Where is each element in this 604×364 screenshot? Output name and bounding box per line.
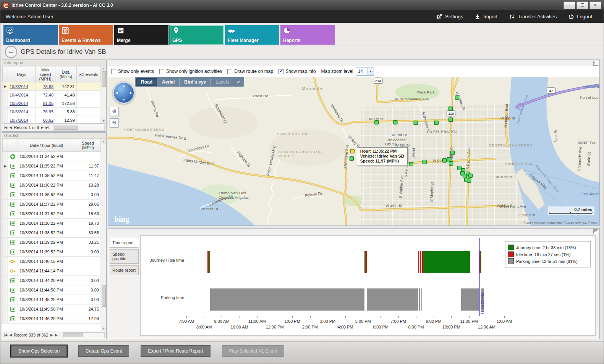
- tab-merge[interactable]: Merge: [114, 25, 168, 45]
- map-marker-icon[interactable]: [449, 107, 452, 111]
- table-row[interactable]: 10/3/2014 11:38:52 PM30.55: [3, 228, 101, 238]
- map-marker-start-icon[interactable]: [350, 150, 354, 153]
- next-record-icon[interactable]: ▶: [41, 126, 44, 129]
- gps-hscrollbar[interactable]: [63, 332, 105, 338]
- pan-down-icon[interactable]: ▼: [122, 98, 125, 101]
- back-button[interactable]: ←: [5, 46, 17, 58]
- map-marker-icon[interactable]: [449, 161, 453, 165]
- checkbox-show-only-events[interactable]: Show only events: [111, 69, 154, 74]
- pan-up-icon[interactable]: ▲: [122, 84, 125, 87]
- table-row[interactable]: ▶10/3/201478.68142.31: [3, 82, 101, 91]
- chart-tab-route-report[interactable]: Route report: [110, 265, 139, 275]
- play-selected-x1-event-button[interactable]: Play Selected X1 Event: [222, 345, 284, 357]
- map-collapse-box-icon[interactable]: [593, 61, 598, 66]
- maxspeed-link[interactable]: 76.95: [43, 110, 53, 114]
- prev-record-icon[interactable]: ◀: [9, 126, 12, 129]
- info-col-dist[interactable]: Dist. (Miles): [55, 66, 77, 82]
- day-link[interactable]: 10/7/2014: [10, 118, 28, 122]
- info-col-maxspeed[interactable]: Max speed (MPH): [36, 66, 55, 82]
- table-row[interactable]: 10/3/2014 11:46:20 PM17.93: [3, 314, 101, 324]
- show-gps-selection-button[interactable]: Show Gps Selection: [11, 345, 67, 357]
- map-marker-icon[interactable]: [434, 121, 438, 125]
- map-marker-icon[interactable]: [414, 121, 418, 125]
- map-canvas[interactable]: MiralestePeck ParkW Summerland AveCrest …: [108, 77, 599, 225]
- prev-record-icon[interactable]: ◀: [9, 333, 12, 337]
- maximize-button[interactable]: [576, 2, 588, 9]
- day-link[interactable]: 10/6/2014: [10, 110, 28, 114]
- pan-left-icon[interactable]: ◀: [115, 91, 118, 95]
- table-row[interactable]: ▶10/3/2014 11:35:22 PM11.97: [3, 161, 101, 171]
- last-record-icon[interactable]: ▶|: [45, 126, 49, 129]
- unchecked-checkbox-icon[interactable]: [159, 69, 164, 74]
- map-view-tab-aerial[interactable]: Aerial: [157, 78, 180, 86]
- map-zoom-in-button[interactable]: ⊕: [110, 107, 119, 116]
- table-row[interactable]: 10/3/2014 11:45:20 PM0.00: [3, 295, 101, 304]
- map-marker-icon[interactable]: [350, 156, 353, 160]
- map-marker-icon[interactable]: [467, 179, 471, 182]
- tab-fleet-manager[interactable]: Fleet Manager: [225, 25, 279, 45]
- map-view-tab-road[interactable]: Road: [136, 78, 157, 86]
- table-row[interactable]: 10/3/2014 11:45:50 PM24.75: [3, 304, 101, 314]
- next-record-icon[interactable]: ▶: [50, 333, 53, 337]
- table-row[interactable]: 10/7/201468.6212.99: [3, 116, 101, 124]
- info-report-scrollbar[interactable]: ▲▼: [101, 66, 106, 123]
- map-view-tab-bird-s-eye[interactable]: Bird's eye: [180, 78, 211, 86]
- day-link[interactable]: 10/3/2014: [10, 84, 28, 89]
- unchecked-checkbox-icon[interactable]: [227, 69, 232, 74]
- topbar-action-transfer-activities[interactable]: Transfer Activities: [509, 13, 557, 20]
- topbar-action-import[interactable]: Import: [474, 13, 497, 20]
- day-link[interactable]: 10/5/2014: [10, 101, 28, 106]
- close-button[interactable]: ×: [589, 2, 601, 9]
- last-record-icon[interactable]: ▶|: [55, 333, 58, 337]
- chart-tab-speed-graphic[interactable]: Speed graphic: [110, 249, 139, 264]
- gps-col-speed[interactable]: Speed (MPH): [75, 139, 101, 152]
- topbar-action-logout[interactable]: Logout: [568, 13, 592, 20]
- map-marker-icon[interactable]: [423, 160, 426, 164]
- map-marker-icon[interactable]: [450, 151, 454, 155]
- maxspeed-link[interactable]: 72.40: [43, 93, 53, 97]
- info-col-x1[interactable]: X1 Events: [77, 66, 101, 82]
- checkbox-show-map-info[interactable]: Show map info: [279, 69, 316, 74]
- table-row[interactable]: 10/3/2014 11:34:52 PM: [3, 152, 101, 161]
- table-row[interactable]: 10/3/2014 11:37:52 PM18.63: [3, 209, 101, 219]
- table-row[interactable]: 10/3/2014 11:39:22 PM33.21: [3, 238, 101, 247]
- create-gps-event-button[interactable]: Create Gps Event: [78, 345, 129, 357]
- table-row[interactable]: 10/3/2014 11:38:22 PM19.70: [3, 219, 101, 228]
- unchecked-checkbox-icon[interactable]: [111, 69, 116, 74]
- checkbox-draw-route-on-map[interactable]: Draw route on map: [227, 69, 273, 74]
- gps-col-datetime[interactable]: Date / hour (local): [18, 139, 75, 152]
- map-marker-icon[interactable]: [449, 118, 452, 122]
- map-marker-icon[interactable]: [442, 158, 446, 162]
- map-marker-icon[interactable]: [469, 174, 473, 177]
- bing-map[interactable]: MiralestePeck ParkW Summerland AveCrest …: [108, 77, 599, 225]
- map-marker-icon[interactable]: [375, 121, 379, 124]
- table-row[interactable]: 10/3/2014 11:37:22 PM29.05: [3, 200, 101, 209]
- map-marker-icon[interactable]: [393, 121, 397, 124]
- chart-collapse-box-icon[interactable]: [593, 229, 598, 234]
- tab-gps[interactable]: GPS: [170, 25, 224, 45]
- table-row[interactable]: 10/3/2014 11:35:52 PM11.47: [3, 171, 101, 180]
- first-record-icon[interactable]: |◀: [4, 126, 7, 129]
- tab-reports[interactable]: Reports: [280, 25, 335, 45]
- info-col-days[interactable]: Days: [8, 66, 36, 82]
- map-zoom-out-button[interactable]: ⊖: [110, 118, 119, 127]
- checked-checkbox-icon[interactable]: [279, 69, 283, 74]
- table-row[interactable]: 10/4/201472.4041.49: [3, 91, 101, 99]
- table-row[interactable]: 10/3/2014 11:36:22 PM13.28: [3, 180, 101, 190]
- checkbox-show-only-ignition-activities[interactable]: Show only ignition activities: [159, 69, 222, 74]
- tab-events-reviews[interactable]: Events & Reviews: [59, 25, 113, 45]
- export-print-route-report-button[interactable]: Export / Print Route Report: [141, 345, 210, 357]
- map-marker-icon[interactable]: [409, 162, 413, 166]
- chart-tab-time-report[interactable]: Time report: [110, 238, 139, 248]
- maxspeed-link[interactable]: 68.62: [43, 118, 53, 122]
- topbar-action-settings[interactable]: Settings: [436, 13, 463, 20]
- table-row[interactable]: 10/3/2014 11:44:20 PM0.00: [3, 276, 101, 285]
- day-link[interactable]: 10/4/2014: [10, 93, 28, 97]
- map-marker-icon[interactable]: [458, 166, 462, 170]
- info-hscrollbar[interactable]: [53, 125, 105, 130]
- maxspeed-link[interactable]: 78.68: [43, 84, 53, 89]
- map-marker-icon[interactable]: [455, 96, 459, 100]
- tab-dashboard[interactable]: Dashboard: [3, 25, 58, 45]
- map-pan-control[interactable]: ▲ ▼ ◀ ▶: [113, 82, 135, 104]
- minimize-button[interactable]: –: [564, 2, 575, 9]
